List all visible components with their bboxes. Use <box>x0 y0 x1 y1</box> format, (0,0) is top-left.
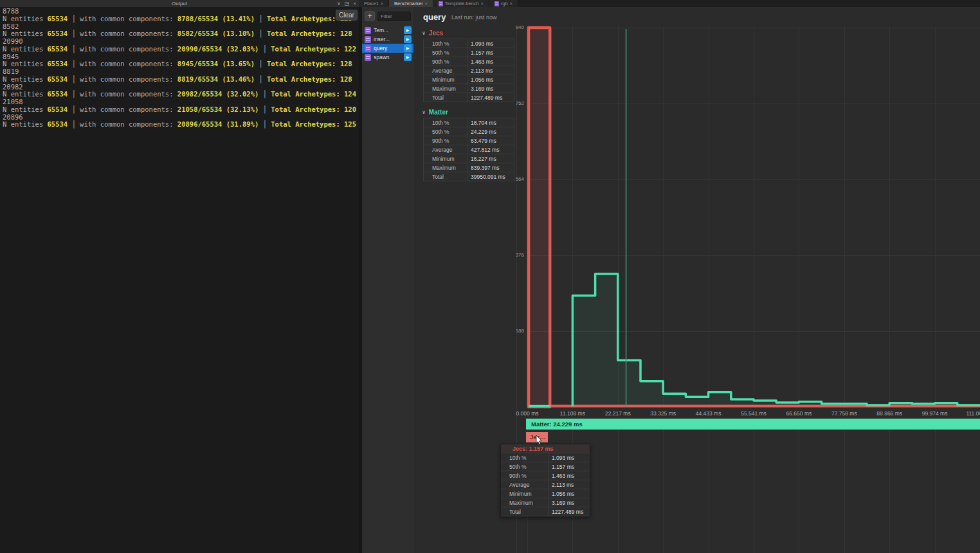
tab-close-icon[interactable]: × <box>481 1 484 6</box>
run-benchmark-button[interactable]: ▶ <box>404 53 412 61</box>
clear-button[interactable]: Clear <box>336 10 358 21</box>
stat-label: 90th % <box>424 57 467 66</box>
log-entry-line: N entities 65534 │ with common component… <box>3 15 333 23</box>
tooltip-stat-row: 90th %1.463 ms <box>501 471 590 480</box>
tab-benchmarker[interactable]: Benchmarker× <box>389 0 433 7</box>
stat-value: 1.093 ms <box>467 39 514 48</box>
tooltip-stat-row: Minimum1.056 ms <box>501 489 590 498</box>
log-archetypes-value: Total Archetypes: 128 <box>267 60 352 68</box>
histogram-chart[interactable] <box>524 26 980 419</box>
script-icon <box>495 1 499 6</box>
x-tick-label: 66.650 ms <box>786 410 812 417</box>
stat-label: 10th % <box>424 118 467 127</box>
chevron-down-icon: ∨ <box>422 109 426 115</box>
log-entities-value: 65534 <box>48 60 68 68</box>
log-entities-value: 65534 <box>48 45 68 53</box>
stat-label: 90th % <box>501 471 549 480</box>
x-tick-label: 33.325 ms <box>650 410 676 417</box>
tooltip-stat-row: 50th %1.157 ms <box>501 462 590 471</box>
document-tabbar: Place1×Benchmarker×Template.bench×rgb× <box>359 0 980 7</box>
stat-row: 10th %1.093 ms <box>424 39 514 48</box>
tab-rgb[interactable]: rgb× <box>489 0 518 7</box>
run-benchmark-button[interactable]: ▶ <box>404 26 412 34</box>
stat-value: 427.812 ms <box>467 145 514 154</box>
stat-label: Average <box>424 145 467 154</box>
matter-percentile-bar[interactable]: Matter: 24.229 ms <box>526 419 980 430</box>
x-tick-label: 22.217 ms <box>605 410 631 417</box>
log-separator: │ with common components: <box>68 60 177 68</box>
stat-value: 1.463 ms <box>467 57 514 66</box>
stat-row: Minimum16.227 ms <box>424 154 514 163</box>
stat-row: 90th %63.479 ms <box>424 136 514 145</box>
stat-label: Maximum <box>424 84 467 93</box>
x-tick-label: 11.108 ms <box>560 410 585 417</box>
section-header-matter[interactable]: ∨Matter <box>422 107 515 116</box>
filter-input[interactable] <box>377 12 411 21</box>
section-header-jecs[interactable]: ∨Jecs <box>422 28 515 37</box>
log-entities-value: 65534 <box>48 75 68 83</box>
tab-close-icon[interactable]: × <box>381 1 383 6</box>
log-entities-value: 65534 <box>48 30 68 37</box>
jecs-hover-tooltip: Jecs: 1.157 ms 10th %1.093 ms50th %1.157… <box>500 444 590 517</box>
log-entry-line: N entities 65534 │ with common component… <box>3 30 333 38</box>
bench-item-query[interactable]: query▶ <box>362 44 413 53</box>
tab-template.bench[interactable]: Template.bench× <box>433 0 489 7</box>
log-text: N entities <box>3 30 48 37</box>
script-icon <box>365 54 371 61</box>
stat-value: 839.397 ms <box>467 163 514 172</box>
script-icon <box>365 45 371 52</box>
stat-value: 1.463 ms <box>549 471 590 480</box>
popout-icon[interactable]: ◳ <box>345 0 350 7</box>
stat-row: Minimum1.056 ms <box>424 75 514 84</box>
log-separator: │ <box>255 15 267 23</box>
run-benchmark-button[interactable]: ▶ <box>404 35 412 43</box>
tab-label: rgb <box>501 1 508 6</box>
stat-label: 90th % <box>424 136 467 145</box>
x-tick-label: 88.866 ms <box>876 410 902 417</box>
log-entry-line: N entities 65534 │ with common component… <box>3 91 333 98</box>
bench-item-inser[interactable]: inser...▶ <box>362 35 413 44</box>
stat-label: Average <box>501 480 549 489</box>
script-icon <box>365 27 371 34</box>
log-separator: │ <box>259 45 271 53</box>
tab-close-icon[interactable]: × <box>425 1 428 6</box>
close-icon[interactable]: × <box>353 0 356 7</box>
stat-label: 50th % <box>424 127 467 136</box>
add-benchmark-button[interactable]: + <box>365 11 375 21</box>
collapse-chevron-icon[interactable]: ∨ <box>337 0 341 7</box>
run-benchmark-button[interactable]: ▶ <box>404 44 412 52</box>
x-tick-label: 55.541 ms <box>741 410 767 417</box>
stat-row: 50th %24.229 ms <box>424 127 514 136</box>
tab-label: Place1 <box>364 1 379 6</box>
script-icon <box>365 36 371 43</box>
output-panel: 8788N entities 65534 │ with common compo… <box>0 7 359 553</box>
log-separator: │ with common components: <box>68 105 177 113</box>
section-name: Jecs <box>429 30 443 37</box>
x-tick-label: 99.974 ms <box>922 410 948 417</box>
log-archetypes-value: Total Archetypes: 122 <box>271 45 356 53</box>
stat-label: 10th % <box>501 453 549 462</box>
tab-place1[interactable]: Place1× <box>359 0 389 7</box>
benchmarker-app: Output ∨ ◳ × Place1×Benchmarker×Template… <box>0 0 980 553</box>
stat-value: 3.169 ms <box>467 84 514 93</box>
log-entities-value: 65534 <box>48 120 68 128</box>
bench-item-spawn[interactable]: spawn▶ <box>362 53 413 62</box>
stat-value: 63.479 ms <box>467 136 514 145</box>
bench-item-label: query <box>374 45 387 51</box>
y-tick-label: 376 <box>506 252 524 258</box>
bench-item-Tem[interactable]: Tem...▶ <box>362 26 413 35</box>
bench-item-label: spawn <box>374 54 390 60</box>
log-separator: │ with common components: <box>68 120 177 128</box>
stat-row: Average2.113 ms <box>424 66 514 75</box>
log-text: N entities <box>3 45 48 53</box>
tab-close-icon[interactable]: × <box>510 1 513 6</box>
y-tick-label: 564 <box>506 176 524 182</box>
stat-value: 16.227 ms <box>467 154 514 163</box>
x-tick-label: 44.433 ms <box>696 410 721 417</box>
mouse-cursor-icon <box>536 435 543 446</box>
log-archetypes-value: Total Archetypes: 128 <box>267 30 352 37</box>
log-separator: │ with common components: <box>68 15 177 23</box>
benchmark-detail-panel: query Last run: just now ∨Jecs10th %1.09… <box>413 7 980 553</box>
stat-label: 50th % <box>501 462 549 471</box>
log-text: N entities <box>3 90 48 98</box>
